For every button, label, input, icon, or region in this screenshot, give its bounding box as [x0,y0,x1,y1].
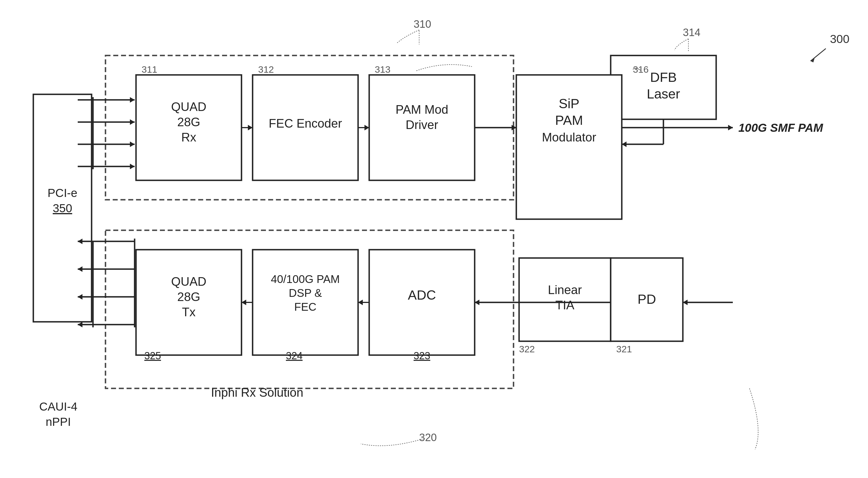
pam-mod-driver-label1: PAM Mod [396,103,448,116]
ref-313: 313 [375,64,391,75]
ref-320: 320 [419,432,437,443]
dfb-laser-label1: DFB [650,70,677,85]
quad28g-rx-label2: 28G [177,115,200,129]
linear-tia-label1: Linear [548,283,582,296]
smf-pam-label: 100G SMF PAM [738,121,823,134]
linear-tia-label2: TIA [555,298,575,312]
adc-label: ADC [408,288,436,302]
inphi-rx-label: Inphi Rx Solution [211,386,303,399]
ref-321: 321 [616,344,632,354]
ref-314: 314 [683,27,700,38]
dsp-fec-label2: DSP & [289,287,322,299]
quad28g-tx-label3: Tx [182,305,196,319]
dfb-laser-label2: Laser [647,87,680,101]
quad28g-tx-num: 325 [144,350,161,361]
ref-310: 310 [413,18,431,30]
main-svg: 300 310 314 PCI-e 350 [0,0,868,478]
sip-label3: Modulator [542,130,596,144]
pd-label: PD [638,292,656,307]
ref-300: 300 [830,32,849,45]
sip-label1: SiP [559,96,580,111]
quad28g-rx-label1: QUAD [171,100,206,114]
svg-rect-0 [0,0,868,478]
pcie-num: 350 [53,202,72,215]
ref-316: 316 [633,64,649,75]
caui-label1: CAUI-4 [39,400,78,413]
sip-label2: PAM [555,113,583,128]
pam-mod-driver-label2: Driver [406,118,438,131]
dsp-fec-num: 324 [286,350,303,361]
quad28g-tx-label2: 28G [177,290,200,304]
fec-encoder-label1: FEC Encoder [269,117,342,130]
ref-322: 322 [519,344,535,354]
ref-312: 312 [258,64,274,75]
dsp-fec-label1: 40/100G PAM [271,273,340,285]
dsp-fec-label3: FEC [294,301,316,313]
ref-311: 311 [142,64,157,75]
adc-num: 323 [413,350,430,361]
diagram-container: 300 310 314 PCI-e 350 [0,0,868,478]
caui-label2: nPPI [45,415,71,428]
quad28g-rx-label3: Rx [181,130,196,144]
pcie-label: PCI-e [48,186,77,199]
adc-box [369,250,475,355]
quad28g-tx-label1: QUAD [171,275,206,288]
